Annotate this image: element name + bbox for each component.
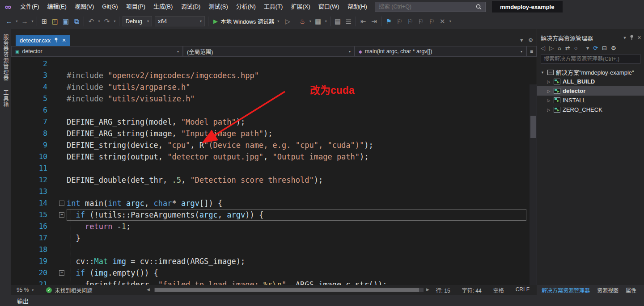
dropdown-chevron-icon[interactable]: ▾ [14,19,19,23]
navigation-bar-options-icon[interactable]: ≡ [526,46,537,57]
document-health-indicator[interactable]: ✓ 未找到相关问题 [46,286,92,294]
output-panel-title[interactable]: 输出 [17,295,644,305]
code-line[interactable]: 15− if (!utils::ParseArguments(argc, arg… [11,209,537,221]
new-file-icon[interactable]: ⊞ [39,16,50,27]
close-icon[interactable]: ✕ [62,38,66,43]
collapse-all-icon[interactable]: ⊟ [602,45,607,51]
code-line[interactable]: 16 return -1; [11,221,537,232]
pending-changes-filter-icon[interactable]: ○ [574,45,578,51]
fold-marker-icon[interactable]: − [59,212,64,218]
caret-line-indicator[interactable]: 行: 15 [436,286,450,294]
menu-item-git[interactable]: Git(G) [98,0,122,13]
caret-column-indicator[interactable]: 字符: 44 [462,286,482,294]
solution-platform-combo[interactable]: x64▾ [155,16,205,26]
fold-marker-icon[interactable]: − [59,201,64,206]
expand-arrow-icon[interactable]: ▷ [546,89,551,93]
quick-search-input[interactable] [379,4,476,10]
type-scope-dropdown[interactable]: (全局范围) ▾ [183,46,355,57]
spaces-indicator[interactable]: 空格 [493,286,504,294]
panel-forward-icon[interactable]: ▷ [549,45,554,51]
active-files-dropdown-icon[interactable]: ▾ [520,37,523,43]
dropdown-chevron-icon[interactable]: ▾ [448,19,453,23]
vertical-scrollbar[interactable] [530,84,537,285]
previous-bookmark-in-folder-icon[interactable]: ⚐ [415,16,426,27]
code-line[interactable]: 19 cv::Mat img = cv::imread(ARGS_image); [11,256,537,267]
menu-item-build[interactable]: 生成(B) [149,0,177,13]
previous-bookmark-icon[interactable]: ⚐ [394,16,405,27]
tree-item-zero-check[interactable]: ▷ZERO_CHECK [537,105,644,114]
solution-search-box[interactable] [541,54,640,64]
dropdown-chevron-icon[interactable]: ▾ [112,19,117,23]
dropdown-chevron-icon[interactable]: ▾ [97,19,102,23]
pin-icon[interactable] [630,35,634,41]
expand-arrow-icon[interactable]: ▷ [546,108,551,112]
dropdown-chevron-icon[interactable]: ▾ [30,19,35,23]
code-line[interactable]: 14−int main(int argc, char* argv[]) { [11,197,537,209]
panel-tab-properties[interactable]: 属性 [623,286,640,294]
menu-item-test[interactable]: 测试(S) [204,0,232,13]
open-file-icon[interactable]: ◰ [50,16,60,27]
code-line[interactable]: 13 [11,186,537,197]
panel-tab-resource-view[interactable]: 资源视图 [594,286,622,294]
fold-marker-icon[interactable]: − [59,270,64,276]
properties-icon[interactable]: ⚙ [611,45,616,51]
dropdown-chevron-icon[interactable]: ▾ [323,19,328,23]
pin-icon[interactable] [54,37,58,44]
close-icon[interactable]: ✕ [637,35,641,41]
increase-indent-icon[interactable]: ⇥ [369,16,379,27]
code-line[interactable]: 9DEFINE_string(device, "cpu", R"(Device … [11,139,537,151]
clear-bookmarks-icon[interactable]: ✕ [437,16,448,27]
code-line[interactable]: 4#include "utils/argparse.h" [11,81,537,93]
next-bookmark-in-folder-icon[interactable]: ⚐ [426,16,437,27]
expand-arrow-icon[interactable]: ▷ [546,98,551,103]
undo-icon[interactable]: ↶ [86,16,97,27]
code-line[interactable]: 20− if (img.empty()) { [11,267,537,279]
code-line[interactable]: 6 [11,105,537,116]
save-icon[interactable]: ▣ [60,16,71,27]
editor-options-gear-icon[interactable]: ⚙ [528,37,533,43]
code-line[interactable]: 2 [11,58,537,70]
code-line[interactable]: 8DEFINE_ARG_string(image, "Input image p… [11,128,537,139]
solution-search-input[interactable] [544,56,637,62]
toggle-bookmark-icon[interactable]: ⚑ [383,16,394,27]
navigate-forward-icon[interactable]: → [19,16,30,27]
member-scope-dropdown[interactable]: ◆ main(int argc, char * argv[]) ▾ [355,46,526,57]
menu-item-debug[interactable]: 调试(D) [177,0,204,13]
code-line[interactable]: 7DEFINE_ARG_string(model, "Model path"); [11,116,537,128]
hot-reload-icon[interactable]: ♨ [297,16,308,27]
horizontal-scrollbar[interactable] [154,288,424,292]
redo-icon[interactable]: ↷ [102,16,112,27]
panel-tab-solution-explorer[interactable]: 解决方案资源管理器 [538,286,593,294]
menu-item-analyze[interactable]: 分析(N) [232,0,260,13]
project-scope-dropdown[interactable]: ▣ detector ▾ [11,46,183,57]
code-line[interactable]: 10DEFINE_string(output, "detector_output… [11,151,537,163]
quick-info-icon[interactable]: ☰ [343,16,354,27]
code-line[interactable]: 18 [11,244,537,256]
member-list-icon[interactable]: ▤ [332,16,343,27]
code-line[interactable]: 17 } [11,232,537,244]
navigate-backward-icon[interactable]: ← [4,16,14,27]
sidebar-tab-toolbox[interactable]: 工具箱 [2,90,9,107]
code-line[interactable]: 3#include "opencv2/imgcodecs/imgcodecs.h… [11,70,537,81]
menu-item-window[interactable]: 窗口(W) [314,0,343,13]
menu-item-extensions[interactable]: 扩展(X) [287,0,314,13]
dropdown-chevron-icon[interactable]: ▾ [308,19,313,23]
scroll-left-arrow-icon[interactable]: ◀ [147,287,150,292]
menu-item-help[interactable]: 帮助(H) [343,0,371,13]
home-icon[interactable]: ⌂ [558,45,561,51]
sidebar-tab-server-explorer[interactable]: 服务器资源管理器 [2,34,9,81]
menu-item-edit[interactable]: 编辑(E) [43,0,71,13]
preview-window-icon[interactable]: ▦ [313,16,323,27]
panel-back-icon[interactable]: ◁ [541,45,545,51]
tree-root-solution[interactable]: ▾ 解决方案"mmdeploy-example" [537,67,644,77]
tree-item-all-build[interactable]: ▷ALL_BUILD [537,77,644,86]
code-line[interactable]: 11 [11,163,537,174]
sync-with-active-document-icon[interactable]: ⇄ [565,45,570,51]
eol-indicator[interactable]: CRLF [516,286,530,294]
menu-item-view[interactable]: 视图(V) [71,0,98,13]
code-line[interactable]: 5#include "utils/visualize.h" [11,93,537,105]
expand-arrow-icon[interactable]: ▷ [546,80,551,84]
horizontal-scrollbar-thumb[interactable] [155,288,419,292]
start-debugging-button[interactable]: ▶本地 Windows 调试器▾ [210,16,282,27]
save-all-icon[interactable]: ⧉ [71,16,82,27]
